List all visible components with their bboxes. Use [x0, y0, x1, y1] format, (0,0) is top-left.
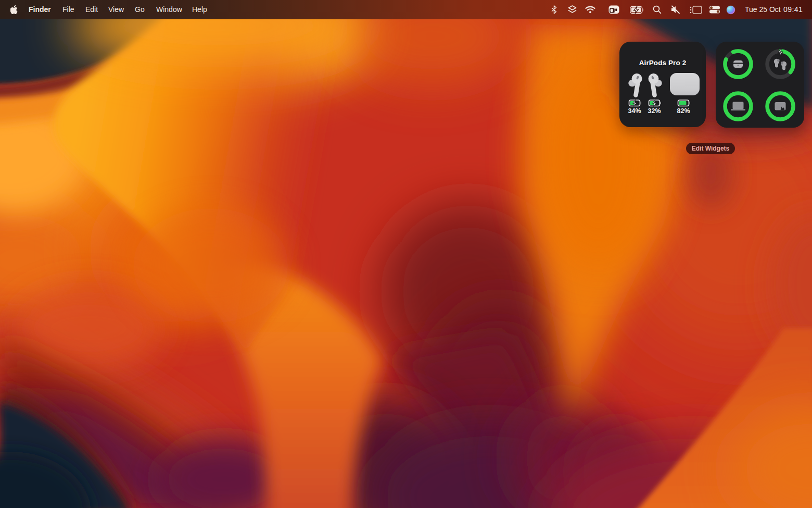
svg-text:32%: 32% — [648, 107, 661, 115]
svg-text:82%: 82% — [677, 107, 690, 115]
svg-text:34%: 34% — [628, 107, 641, 115]
